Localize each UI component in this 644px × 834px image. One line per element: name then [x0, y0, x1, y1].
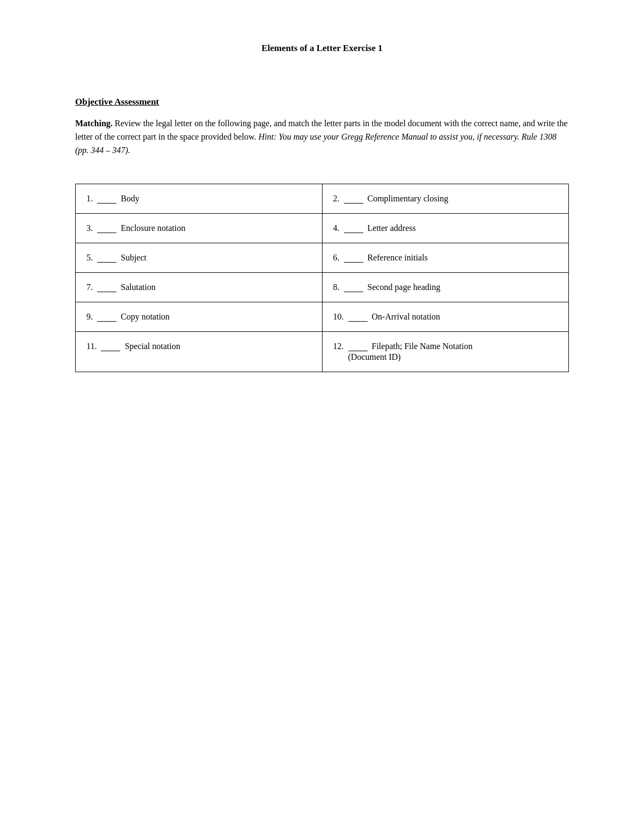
item-number-6: 6.	[333, 253, 340, 262]
blank-3[interactable]	[97, 233, 116, 233]
item-number-4: 4.	[333, 223, 340, 233]
blank-6[interactable]	[344, 262, 363, 263]
table-cell-7: 7. Salutation	[76, 273, 323, 302]
table-cell-2: 2. Complimentary closing	[322, 184, 569, 214]
item-label-12: Filepath; File Name Notation	[372, 342, 473, 351]
item-number-10: 10.	[333, 312, 344, 321]
item-number-5: 5.	[86, 253, 93, 262]
item-label-10: On-Arrival notation	[372, 312, 441, 321]
item-number-8: 8.	[333, 282, 340, 292]
item-label-2: Complimentary closing	[368, 194, 449, 203]
table-row: 1. Body 2. Complimentary closing	[76, 184, 569, 214]
table-row: 9. Copy notation 10. On-Arrival notation	[76, 302, 569, 332]
blank-8[interactable]	[344, 292, 363, 292]
table-cell-11: 11. Special notation	[76, 332, 323, 372]
blank-5[interactable]	[97, 262, 116, 263]
table-cell-4: 4. Letter address	[322, 214, 569, 243]
page-title: Elements of a Letter Exercise 1	[75, 43, 569, 54]
table-cell-10: 10. On-Arrival notation	[322, 302, 569, 332]
table-cell-8: 8. Second page heading	[322, 273, 569, 302]
section-heading: Objective Assessment	[75, 97, 569, 107]
item-label-9: Copy notation	[121, 312, 170, 321]
blank-4[interactable]	[344, 233, 363, 233]
item-label-8: Second page heading	[368, 282, 441, 292]
item-label-1: Body	[121, 194, 140, 203]
table-row: 11. Special notation 12. Filepath; File …	[76, 332, 569, 372]
table-cell-12: 12. Filepath; File Name Notation (Docume…	[322, 332, 569, 372]
blank-12[interactable]	[348, 351, 368, 351]
item-label-11: Special notation	[125, 342, 180, 351]
blank-1[interactable]	[97, 203, 116, 204]
item-number-2: 2.	[333, 194, 340, 203]
item-label-6: Reference initials	[368, 253, 428, 262]
item-label-7: Salutation	[121, 282, 156, 292]
item-number-3: 3.	[86, 223, 93, 233]
blank-11[interactable]	[101, 351, 120, 351]
table-row: 5. Subject 6. Reference initials	[76, 243, 569, 273]
item-number-1: 1.	[86, 194, 93, 203]
instructions-bold: Matching.	[75, 119, 113, 128]
table-cell-3: 3. Enclosure notation	[76, 214, 323, 243]
item-number-12: 12.	[333, 342, 344, 351]
item-number-9: 9.	[86, 312, 93, 321]
table-cell-6: 6. Reference initials	[322, 243, 569, 273]
item-number-7: 7.	[86, 282, 93, 292]
matching-table: 1. Body 2. Complimentary closing 3. Encl…	[75, 184, 569, 372]
table-row: 3. Enclosure notation 4. Letter address	[76, 214, 569, 243]
instructions-paragraph: Matching. Review the legal letter on the…	[75, 117, 569, 157]
blank-10[interactable]	[348, 321, 368, 322]
item-number-11: 11.	[86, 342, 97, 351]
item-label-4: Letter address	[368, 223, 416, 233]
blank-2[interactable]	[344, 203, 363, 204]
table-row: 7. Salutation 8. Second page heading	[76, 273, 569, 302]
table-cell-9: 9. Copy notation	[76, 302, 323, 332]
item-label-5: Subject	[121, 253, 147, 262]
item-label-12-sub: (Document ID)	[333, 352, 558, 362]
blank-7[interactable]	[97, 292, 116, 292]
table-cell-1: 1. Body	[76, 184, 323, 214]
table-cell-5: 5. Subject	[76, 243, 323, 273]
item-label-3: Enclosure notation	[121, 223, 185, 233]
blank-9[interactable]	[97, 321, 116, 322]
